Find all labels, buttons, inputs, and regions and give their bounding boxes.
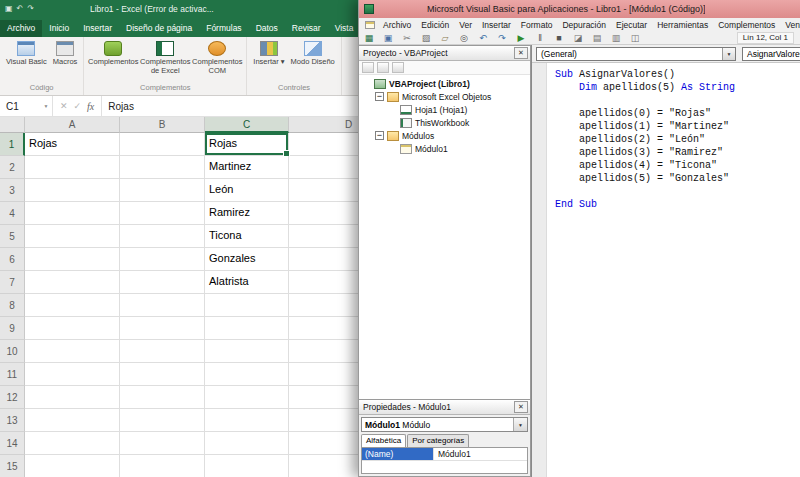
cell-D6[interactable]: [289, 248, 362, 271]
cell-A4[interactable]: [25, 202, 120, 225]
cell-C9[interactable]: [205, 317, 289, 340]
cell-A2[interactable]: [25, 156, 120, 179]
properties-window-icon[interactable]: ▥: [610, 32, 622, 44]
ribbon-tab-formulas[interactable]: Fórmulas: [199, 20, 248, 37]
cell-B5[interactable]: [120, 225, 205, 248]
cell-C4[interactable]: Ramirez: [205, 202, 289, 225]
module-window-icon[interactable]: [365, 21, 375, 29]
row-header-12[interactable]: 12: [0, 386, 25, 409]
row-header-3[interactable]: 3: [0, 179, 25, 202]
tree-item-hoja1-hoja1[interactable]: Hoja1 (Hoja1): [359, 103, 530, 116]
insert-function-icon[interactable]: fx: [87, 101, 94, 112]
view-object-icon[interactable]: [377, 62, 389, 73]
name-box-dropdown-icon[interactable]: ▼: [40, 96, 53, 116]
cell-B10[interactable]: [120, 340, 205, 363]
cell-C8[interactable]: [205, 294, 289, 317]
cell-C15[interactable]: [205, 455, 289, 477]
row-header-14[interactable]: 14: [0, 432, 25, 455]
row-header-2[interactable]: 2: [0, 156, 25, 179]
enter-icon[interactable]: ✓: [74, 101, 82, 111]
cell-D1[interactable]: [289, 133, 362, 156]
cell-B4[interactable]: [120, 202, 205, 225]
cell-A8[interactable]: [25, 294, 120, 317]
menu-archivo[interactable]: Archivo: [378, 20, 416, 30]
ribbon-tab-insertar[interactable]: Insertar: [76, 20, 119, 37]
properties-tab-por-categorias[interactable]: Por categorías: [407, 434, 469, 447]
menu-complementos[interactable]: Complementos: [713, 20, 780, 30]
column-header-B[interactable]: B: [120, 117, 205, 133]
formula-bar[interactable]: Rojas: [102, 96, 362, 116]
row-header-10[interactable]: 10: [0, 340, 25, 363]
cell-A3[interactable]: [25, 179, 120, 202]
properties-tab-alfabetica[interactable]: Alfabética: [361, 434, 406, 447]
expander-icon[interactable]: −: [375, 131, 384, 140]
cell-D7[interactable]: [289, 271, 362, 294]
find-icon[interactable]: ◎: [458, 32, 470, 44]
cut-icon[interactable]: ✂: [401, 32, 413, 44]
cell-B7[interactable]: [120, 271, 205, 294]
cell-B12[interactable]: [120, 386, 205, 409]
run-icon[interactable]: ▶: [515, 32, 527, 44]
property-value[interactable]: Módulo1: [434, 448, 527, 460]
row-header-4[interactable]: 4: [0, 202, 25, 225]
cell-C1[interactable]: Rojas: [205, 133, 289, 156]
cell-B3[interactable]: [120, 179, 205, 202]
row-header-11[interactable]: 11: [0, 363, 25, 386]
cell-B6[interactable]: [120, 248, 205, 271]
cell-B15[interactable]: [120, 455, 205, 477]
cell-D3[interactable]: [289, 179, 362, 202]
save-icon[interactable]: ▣: [382, 32, 394, 44]
ribbon-tab-datos[interactable]: Datos: [249, 20, 285, 37]
object-selector[interactable]: Módulo1 Módulo ▼: [361, 417, 528, 432]
row-header-6[interactable]: 6: [0, 248, 25, 271]
object-dropdown-arrow-icon[interactable]: ▼: [722, 48, 735, 60]
procedure-dropdown[interactable]: AsignarValores ▼: [742, 47, 800, 61]
row-header-1[interactable]: 1: [0, 133, 25, 156]
ribbon-button-complementos[interactable]: Complementos: [87, 39, 139, 69]
redo-icon[interactable]: ↷: [27, 4, 34, 14]
cell-B14[interactable]: [120, 432, 205, 455]
design-mode-icon[interactable]: ◪: [572, 32, 584, 44]
ribbon-button-insertar[interactable]: Insertar ▾: [250, 39, 287, 69]
tree-item-microsoft-excel-objetos[interactable]: −Microsoft Excel Objetos: [359, 90, 530, 103]
cell-C13[interactable]: [205, 409, 289, 432]
tree-item-thisworkbook[interactable]: ThisWorkbook: [359, 116, 530, 129]
cell-B1[interactable]: [120, 133, 205, 156]
cell-A12[interactable]: [25, 386, 120, 409]
tree-item-modulos[interactable]: −Módulos: [359, 129, 530, 142]
object-browser-icon[interactable]: ◫: [629, 32, 641, 44]
menu-ver[interactable]: Ver: [454, 20, 477, 30]
menu-ejecutar[interactable]: Ejecutar: [611, 20, 652, 30]
menu-depuracion[interactable]: Depuración: [557, 20, 610, 30]
cell-C5[interactable]: Ticona: [205, 225, 289, 248]
expander-icon[interactable]: −: [375, 92, 384, 101]
cell-A13[interactable]: [25, 409, 120, 432]
cell-A15[interactable]: [25, 455, 120, 477]
cell-C10[interactable]: [205, 340, 289, 363]
ribbon-tab-diseno-de-pagina[interactable]: Diseño de página: [119, 20, 199, 37]
cell-D12[interactable]: [289, 386, 362, 409]
cell-D10[interactable]: [289, 340, 362, 363]
cell-D14[interactable]: [289, 432, 362, 455]
select-all-corner[interactable]: [0, 117, 25, 133]
cell-D11[interactable]: [289, 363, 362, 386]
tree-item-modulo1[interactable]: Módulo1: [359, 142, 530, 155]
cell-D8[interactable]: [289, 294, 362, 317]
cell-C3[interactable]: León: [205, 179, 289, 202]
ribbon-tab-archivo[interactable]: Archivo: [0, 20, 42, 37]
object-dropdown[interactable]: (General) ▼: [536, 47, 736, 61]
cancel-icon[interactable]: ✕: [60, 101, 68, 111]
cell-C11[interactable]: [205, 363, 289, 386]
row-header-5[interactable]: 5: [0, 225, 25, 248]
toggle-folders-icon[interactable]: [392, 62, 404, 73]
cell-C12[interactable]: [205, 386, 289, 409]
tree-item-vbaproject-libro1[interactable]: VBAProject (Libro1): [359, 77, 530, 90]
cell-D15[interactable]: [289, 455, 362, 477]
cell-B9[interactable]: [120, 317, 205, 340]
menu-insertar[interactable]: Insertar: [477, 20, 516, 30]
ribbon-tab-vista[interactable]: Vista: [328, 20, 361, 37]
row-header-7[interactable]: 7: [0, 271, 25, 294]
menu-formato[interactable]: Formato: [516, 20, 558, 30]
cell-C7[interactable]: Alatrista: [205, 271, 289, 294]
object-selector-dropdown-icon[interactable]: ▼: [513, 418, 527, 431]
